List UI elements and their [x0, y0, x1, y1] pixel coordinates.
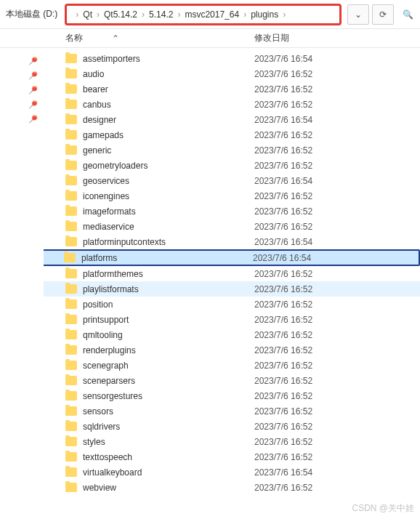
folder-name: imageformats — [83, 206, 254, 217]
pin-icon[interactable]: 📍 — [24, 112, 39, 127]
folder-row[interactable]: scenegraph2023/7/6 16:52 — [44, 358, 420, 373]
folder-row[interactable]: sceneparsers2023/7/6 16:52 — [44, 373, 420, 388]
column-name-header[interactable]: 名称 ⌃ — [65, 32, 254, 44]
folder-date: 2023/7/6 16:52 — [254, 206, 312, 217]
folder-date: 2023/7/6 16:52 — [254, 315, 312, 325]
folder-date: 2023/7/6 16:52 — [254, 422, 312, 432]
dropdown-button[interactable]: ⌄ — [347, 4, 369, 25]
folder-name: geoservices — [83, 176, 254, 186]
folder-icon — [65, 161, 77, 170]
folder-name: audio — [83, 69, 254, 79]
folder-row[interactable]: printsupport2023/7/6 16:52 — [44, 312, 420, 327]
breadcrumb-separator-icon: › — [97, 9, 100, 20]
folder-icon — [65, 376, 77, 385]
folder-name: sqldrivers — [83, 422, 254, 432]
folder-name: printsupport — [83, 315, 254, 325]
folder-icon — [65, 437, 77, 446]
folder-row[interactable]: iconengines2023/7/6 16:52 — [44, 188, 420, 204]
folder-name: mediaservice — [83, 222, 254, 232]
folder-icon — [65, 345, 77, 355]
folder-row[interactable]: sensorgestures2023/7/6 16:52 — [44, 388, 420, 403]
pin-icon[interactable]: 📍 — [24, 83, 39, 98]
folder-row[interactable]: webview2023/7/6 16:52 — [44, 480, 420, 495]
folder-row[interactable]: texttospeech2023/7/6 16:52 — [44, 449, 420, 464]
folder-icon — [65, 452, 77, 462]
breadcrumb[interactable]: ›Qt›Qt5.14.2›5.14.2›msvc2017_64›plugins› — [65, 4, 342, 25]
folder-row[interactable]: platforminputcontexts2023/7/6 16:54 — [44, 234, 420, 249]
pin-icon[interactable]: 📍 — [24, 68, 39, 84]
breadcrumb-separator-icon: › — [283, 9, 286, 20]
folder-name: assetimporters — [83, 54, 254, 64]
folder-name: platforms — [81, 253, 253, 263]
pin-icon[interactable]: 📍 — [24, 97, 39, 113]
folder-row[interactable]: assetimporters2023/7/6 16:54 — [44, 51, 420, 66]
folder-row[interactable]: bearer2023/7/6 16:52 — [44, 81, 420, 97]
folder-row[interactable]: position2023/7/6 16:52 — [44, 297, 420, 312]
folder-name: webview — [83, 483, 254, 493]
folder-row[interactable]: platformthemes2023/7/6 16:52 — [44, 266, 420, 281]
folder-row[interactable]: gamepads2023/7/6 16:52 — [44, 127, 420, 142]
folder-date: 2023/7/6 16:54 — [254, 176, 312, 186]
folder-row[interactable]: playlistformats2023/7/6 16:52 — [44, 281, 420, 297]
folder-row[interactable]: mediaservice2023/7/6 16:52 — [44, 219, 420, 234]
folder-icon — [65, 361, 77, 370]
breadcrumb-separator-icon: › — [142, 9, 145, 20]
folder-name: playlistformats — [83, 284, 254, 294]
chevron-down-icon: ⌄ — [355, 9, 362, 20]
folder-date: 2023/7/6 16:52 — [254, 452, 312, 462]
breadcrumb-segment[interactable]: Qt5.14.2 — [102, 9, 139, 20]
search-icon: 🔍 — [403, 9, 413, 20]
folder-row[interactable]: geometryloaders2023/7/6 16:52 — [44, 158, 420, 173]
folder-row[interactable]: sensors2023/7/6 16:52 — [44, 403, 420, 419]
pin-icon[interactable]: 📍 — [24, 54, 39, 69]
folder-row[interactable]: virtualkeyboard2023/7/6 16:54 — [44, 464, 420, 480]
folder-date: 2023/7/6 16:52 — [254, 345, 312, 355]
folder-icon — [65, 206, 77, 216]
column-date-header[interactable]: 修改日期 — [254, 32, 420, 44]
folder-date: 2023/7/6 16:52 — [254, 391, 312, 401]
folder-date: 2023/7/6 16:52 — [254, 222, 312, 232]
breadcrumb-segment[interactable]: msvc2017_64 — [183, 9, 241, 20]
folder-date: 2023/7/6 16:52 — [254, 284, 312, 294]
folder-row[interactable]: generic2023/7/6 16:52 — [44, 142, 420, 158]
folder-date: 2023/7/6 16:52 — [254, 269, 312, 279]
folder-name: sceneparsers — [83, 376, 254, 386]
breadcrumb-separator-icon: › — [243, 9, 246, 20]
refresh-button[interactable]: ⟳ — [372, 4, 394, 25]
breadcrumb-segment[interactable]: Qt — [81, 9, 94, 20]
folder-name: styles — [83, 437, 254, 447]
folder-icon — [65, 330, 77, 339]
folder-row[interactable]: audio2023/7/6 16:52 — [44, 66, 420, 81]
folder-name: sensors — [83, 406, 254, 417]
breadcrumb-separator-icon: › — [177, 9, 180, 20]
folder-date: 2023/7/6 16:52 — [254, 483, 312, 493]
folder-icon — [65, 145, 77, 155]
content-area: 📍📍📍📍📍 assetimporters2023/7/6 16:54audio2… — [0, 48, 420, 519]
folder-row[interactable]: designer2023/7/6 16:54 — [44, 112, 420, 127]
folder-row[interactable]: imageformats2023/7/6 16:52 — [44, 204, 420, 219]
folder-name: iconengines — [83, 191, 254, 201]
quick-access-pins: 📍📍📍📍📍 — [0, 48, 44, 519]
folder-row[interactable]: styles2023/7/6 16:52 — [44, 434, 420, 449]
search-button[interactable]: 🔍 — [397, 4, 419, 25]
column-name-label: 名称 — [65, 32, 83, 44]
folder-row[interactable]: sqldrivers2023/7/6 16:52 — [44, 419, 420, 434]
folder-row[interactable]: renderplugins2023/7/6 16:52 — [44, 342, 420, 358]
folder-date: 2023/7/6 16:52 — [254, 376, 312, 386]
file-list: assetimporters2023/7/6 16:54audio2023/7/… — [44, 48, 420, 519]
breadcrumb-segment[interactable]: 5.14.2 — [148, 9, 174, 20]
breadcrumb-segment[interactable]: plugins — [249, 9, 280, 20]
folder-icon — [65, 315, 77, 324]
folder-row[interactable]: geoservices2023/7/6 16:54 — [44, 173, 420, 188]
folder-name: texttospeech — [83, 452, 254, 462]
folder-row[interactable]: platforms2023/7/6 16:54 — [44, 249, 420, 266]
folder-row[interactable]: canbus2023/7/6 16:52 — [44, 97, 420, 112]
folder-icon — [65, 54, 77, 63]
drive-label[interactable]: 本地磁盘 (D:) — [1, 8, 62, 20]
folder-date: 2023/7/6 16:52 — [254, 361, 312, 371]
refresh-icon: ⟳ — [379, 9, 387, 20]
folder-date: 2023/7/6 16:52 — [254, 437, 312, 447]
column-date-label: 修改日期 — [254, 33, 289, 43]
folder-icon — [65, 115, 77, 124]
folder-row[interactable]: qmltooling2023/7/6 16:52 — [44, 327, 420, 342]
